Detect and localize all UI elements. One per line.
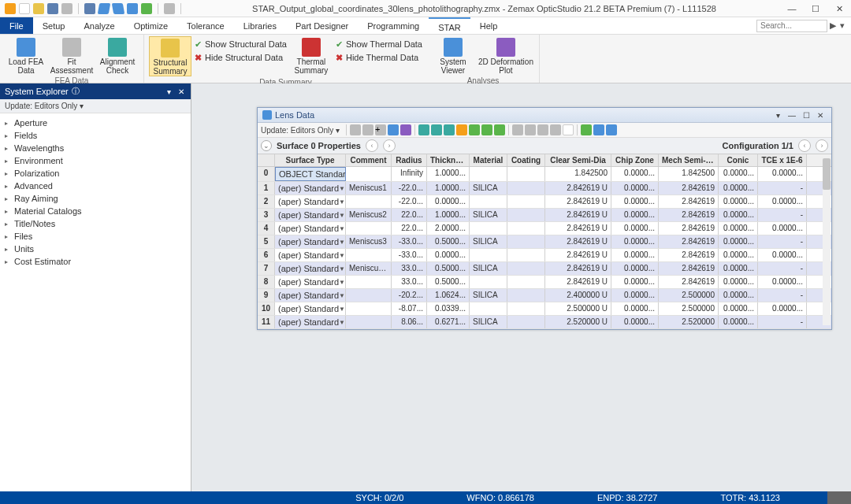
refresh-icon[interactable] xyxy=(127,3,138,14)
cell[interactable]: 2.842619 U xyxy=(545,249,611,261)
cell[interactable]: 0.5000... xyxy=(427,262,470,275)
tree-item[interactable]: Cost Estimator xyxy=(0,255,191,268)
help-icon[interactable]: ⓘ xyxy=(72,86,80,97)
cell[interactable] xyxy=(470,249,507,261)
lens-maximize-icon[interactable]: ☐ xyxy=(800,111,812,120)
cell[interactable]: SILICA xyxy=(470,235,507,248)
thermal-summary-button[interactable]: Thermal Summary xyxy=(290,36,333,75)
chevron-down-icon[interactable]: ▼ xyxy=(339,185,345,192)
refresh-all-icon[interactable] xyxy=(141,3,152,14)
cell[interactable]: 0.0000... xyxy=(611,302,659,315)
pin-icon[interactable]: ▾ xyxy=(164,87,173,96)
chevron-down-icon[interactable]: ▼ xyxy=(339,279,345,286)
chevron-down-icon[interactable]: ▼ xyxy=(339,306,345,313)
tool-blank-icon[interactable] xyxy=(563,124,574,135)
cell[interactable]: 2.842619 xyxy=(659,262,719,275)
tool-refresh-icon[interactable] xyxy=(350,124,361,135)
hide-structural-button[interactable]: ✖Hide Structural Data xyxy=(195,51,287,64)
cell[interactable]: 10 xyxy=(258,302,275,315)
column-header[interactable]: Mech Semi-Dia xyxy=(659,154,719,166)
cell[interactable] xyxy=(346,249,392,261)
cell[interactable]: 0.0000... xyxy=(719,316,758,328)
cell[interactable]: 2.500000 xyxy=(659,289,719,302)
cell[interactable]: 33.0... xyxy=(392,262,427,275)
load-fea-button[interactable]: Load FEA Data xyxy=(5,36,47,75)
chevron-down-icon[interactable]: ▼ xyxy=(339,252,345,259)
tool-help-icon[interactable] xyxy=(606,124,617,135)
cell[interactable]: 22.0... xyxy=(392,222,427,235)
tool-globe-icon[interactable] xyxy=(388,124,399,135)
cell[interactable]: 1 xyxy=(258,182,275,195)
cell[interactable]: 2.842619 xyxy=(659,276,719,288)
cell[interactable]: 0.0000... xyxy=(758,276,807,288)
undo-icon[interactable] xyxy=(98,3,110,14)
cell[interactable]: 22.0... xyxy=(392,209,427,221)
cell[interactable]: 0.5000... xyxy=(427,276,470,288)
cell[interactable]: 0.0000... xyxy=(611,235,659,248)
cell[interactable]: SILICA xyxy=(470,262,507,275)
cell[interactable]: - xyxy=(758,316,807,328)
tab-help[interactable]: Help xyxy=(470,17,507,34)
column-header[interactable]: Surface Type xyxy=(275,154,346,166)
cell[interactable]: 2.842619 xyxy=(659,182,719,195)
tool-pencil-icon[interactable] xyxy=(525,124,536,135)
maximize-button[interactable]: ☐ xyxy=(804,0,827,17)
tree-item[interactable]: Files xyxy=(0,230,191,243)
table-row[interactable]: 4(aper) Standard▼22.0...2.0000...2.84261… xyxy=(258,222,831,235)
cell[interactable] xyxy=(470,276,507,288)
tool-circle-icon[interactable] xyxy=(512,124,523,135)
collapse-icon[interactable]: ⌄ xyxy=(261,140,272,151)
tool-goto-icon[interactable] xyxy=(593,124,604,135)
cell[interactable]: 0.0000... xyxy=(611,262,659,275)
chevron-down-icon[interactable]: ▼ xyxy=(339,212,345,219)
cell[interactable]: 0.0000... xyxy=(611,209,659,221)
surface-type-cell[interactable]: (aper) Standard▼ xyxy=(275,209,346,221)
tool-arrow-icon[interactable] xyxy=(469,124,480,135)
cell[interactable] xyxy=(346,195,392,208)
cell[interactable]: SILICA xyxy=(470,316,507,328)
tree-item[interactable]: Wavelengths xyxy=(0,142,191,154)
cell[interactable]: 8.06... xyxy=(392,316,427,328)
cell[interactable] xyxy=(346,276,392,288)
show-thermal-button[interactable]: ✔Show Thermal Data xyxy=(336,38,422,50)
surface-type-cell[interactable]: (aper) Standard▼ xyxy=(275,182,346,195)
structural-summary-button[interactable]: Structural Summary xyxy=(149,36,191,76)
cell[interactable]: 2.520000 xyxy=(659,316,719,328)
cell[interactable]: Meniscus1 xyxy=(346,182,392,195)
cell[interactable] xyxy=(507,167,545,181)
cell[interactable]: 2.520000 U xyxy=(545,316,611,328)
chevron-down-icon[interactable]: ▼ xyxy=(339,292,345,299)
surface-type-cell[interactable]: (aper) Standard▼ xyxy=(275,222,346,235)
cell[interactable] xyxy=(507,209,545,221)
monitor-icon[interactable] xyxy=(164,3,175,14)
alignment-check-button[interactable]: Alignment Check xyxy=(96,36,139,75)
cell[interactable]: 2.842619 xyxy=(659,249,719,261)
saveall-icon[interactable] xyxy=(84,3,95,14)
cell[interactable]: 1.0000... xyxy=(427,167,470,181)
cell[interactable]: 0.0000... xyxy=(719,182,758,195)
tool-gear-icon[interactable] xyxy=(481,124,492,135)
cell[interactable]: 0.0000... xyxy=(427,249,470,261)
column-header[interactable]: Clear Semi-Dia xyxy=(545,154,611,166)
search-go-icon[interactable]: ▶ xyxy=(827,20,838,31)
tree-item[interactable]: Polarization xyxy=(0,167,191,180)
cfg-next-icon[interactable]: › xyxy=(816,139,828,152)
cell[interactable]: 2.842619 xyxy=(659,222,719,235)
scrollbar[interactable] xyxy=(823,158,831,325)
column-header[interactable]: Thickness xyxy=(427,154,470,166)
cell[interactable]: SILICA xyxy=(470,209,507,221)
cell[interactable]: 9 xyxy=(258,289,275,302)
tool-wand2-icon[interactable] xyxy=(431,124,442,135)
cell[interactable]: - xyxy=(758,235,807,248)
tab-libraries[interactable]: Libraries xyxy=(234,17,286,34)
cell[interactable]: SILICA xyxy=(470,182,507,195)
cell[interactable]: 2.842619 U xyxy=(545,182,611,195)
tree-item[interactable]: Advanced xyxy=(0,180,191,192)
cell[interactable]: 0.0000... xyxy=(719,262,758,275)
cell[interactable]: 4 xyxy=(258,222,275,235)
fit-assessment-button[interactable]: Fit Assessment xyxy=(50,36,93,75)
scroll-thumb[interactable] xyxy=(823,158,831,190)
tool-star-icon[interactable] xyxy=(456,124,467,135)
cell[interactable]: 8 xyxy=(258,276,275,288)
cell[interactable]: 0.0000... xyxy=(719,249,758,261)
